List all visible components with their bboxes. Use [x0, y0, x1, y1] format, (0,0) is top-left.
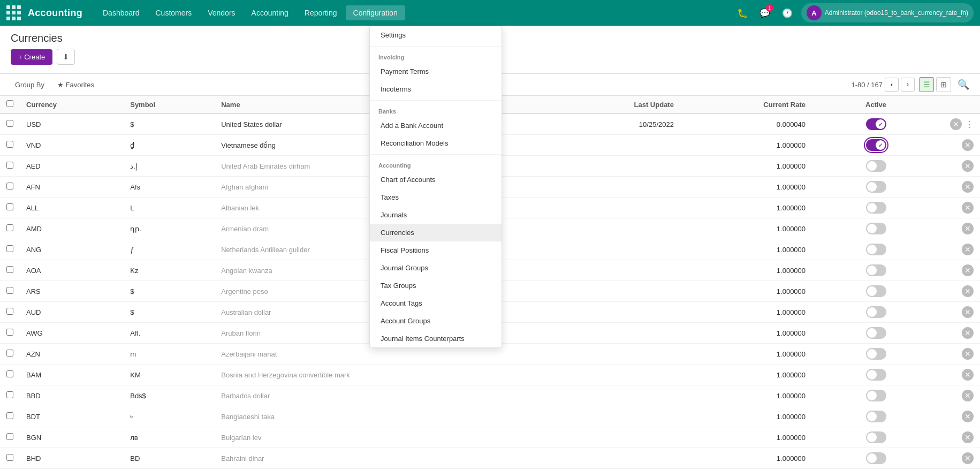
- section-accounting: Accounting: [370, 157, 502, 171]
- menu-journal-groups[interactable]: Journal Groups: [370, 259, 502, 277]
- menu-account-groups[interactable]: Account Groups: [370, 312, 502, 330]
- configuration-dropdown: Settings Invoicing Payment Terms Incoter…: [369, 26, 502, 348]
- section-banks: Banks: [370, 103, 502, 117]
- menu-add-bank-account[interactable]: Add a Bank Account: [370, 117, 502, 134]
- menu-currencies[interactable]: Currencies: [370, 224, 502, 241]
- menu-incoterms[interactable]: Incoterms: [370, 80, 502, 98]
- menu-taxes[interactable]: Taxes: [370, 188, 502, 206]
- menu-reconciliation-models[interactable]: Reconciliation Models: [370, 134, 502, 152]
- dropdown-scroll: Settings Invoicing Payment Terms Incoter…: [370, 26, 502, 347]
- menu-payment-terms[interactable]: Payment Terms: [370, 63, 502, 80]
- menu-journal-items-counterparts[interactable]: Journal Items Counterparts: [370, 330, 502, 347]
- section-invoicing: Invoicing: [370, 49, 502, 63]
- menu-tax-groups[interactable]: Tax Groups: [370, 277, 502, 294]
- menu-settings[interactable]: Settings: [370, 26, 502, 44]
- menu-chart-of-accounts[interactable]: Chart of Accounts: [370, 171, 502, 188]
- menu-journals[interactable]: Journals: [370, 206, 502, 224]
- menu-fiscal-positions[interactable]: Fiscal Positions: [370, 241, 502, 259]
- menu-account-tags[interactable]: Account Tags: [370, 294, 502, 312]
